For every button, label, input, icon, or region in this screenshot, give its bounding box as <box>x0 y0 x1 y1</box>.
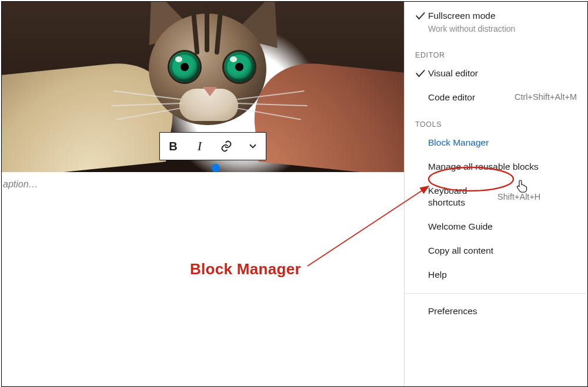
menu-item-label: Copy all content <box>428 245 577 257</box>
menu-group-editor: EDITOR <box>405 41 587 62</box>
menu-item-label: Preferences <box>428 305 577 318</box>
menu-item-label: Block Manager <box>428 137 577 149</box>
chevron-down-icon <box>248 141 258 152</box>
menu-item-label: Visual editor <box>428 68 577 80</box>
menu-separator <box>405 293 587 294</box>
options-menu: Fullscreen mode Work without distraction… <box>404 2 587 386</box>
bold-button[interactable]: B <box>163 136 184 157</box>
menu-item-copy-all-content[interactable]: Copy all content <box>405 239 587 263</box>
menu-item-shortcut: Ctrl+Shift+Alt+M <box>514 92 577 103</box>
menu-item-block-manager[interactable]: Block Manager <box>405 131 587 155</box>
menu-item-label: Welcome Guide <box>428 221 577 233</box>
menu-item-fullscreen[interactable]: Fullscreen mode Work without distraction <box>405 4 587 41</box>
menu-item-sublabel: Work without distraction <box>428 23 577 35</box>
check-icon <box>413 10 428 22</box>
resize-handle[interactable] <box>212 164 220 172</box>
menu-item-welcome-guide[interactable]: Welcome Guide <box>405 215 587 239</box>
menu-item-label: Help <box>428 269 577 281</box>
more-button[interactable] <box>242 136 263 157</box>
menu-item-shortcut: Shift+Alt+H <box>497 191 540 203</box>
italic-button[interactable]: I <box>189 136 211 157</box>
menu-item-label: Manage all reusable blocks <box>428 161 577 173</box>
menu-item-label: Fullscreen mode <box>428 10 577 22</box>
link-button[interactable] <box>216 136 237 157</box>
editor-window: B I aption… Fullscreen mode Work without… <box>1 1 588 387</box>
caption-input[interactable]: aption… <box>2 179 38 190</box>
menu-item-preferences[interactable]: Preferences <box>405 299 587 324</box>
menu-item-code-editor[interactable]: Code editor Ctrl+Shift+Alt+M <box>405 86 587 110</box>
link-icon <box>220 140 233 153</box>
menu-item-label: Keyboard shortcuts <box>428 185 493 210</box>
check-icon <box>413 68 428 79</box>
menu-item-visual-editor[interactable]: Visual editor <box>405 62 587 86</box>
menu-item-label: Code editor <box>428 92 510 104</box>
menu-item-keyboard-shortcuts[interactable]: Keyboard shortcuts Shift+Alt+H <box>405 179 587 216</box>
block-toolbar: B I <box>159 132 266 160</box>
menu-item-help[interactable]: Help <box>405 263 587 287</box>
menu-group-tools: TOOLS <box>405 110 587 131</box>
annotation-label: Block Manager <box>190 260 301 278</box>
menu-item-manage-reusable-blocks[interactable]: Manage all reusable blocks <box>405 155 587 179</box>
